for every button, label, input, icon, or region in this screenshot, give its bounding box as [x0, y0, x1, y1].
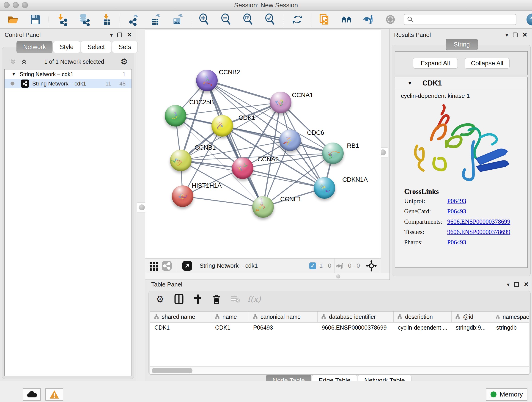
- table-cell[interactable]: stringdb:9...: [452, 322, 492, 332]
- results-panel-menu-icon[interactable]: ▾: [505, 32, 508, 38]
- network-canvas[interactable]: CCNB2CCNA1CDC25BCDK1CDC6RB1CCNB1CCNA2CDK…: [145, 30, 381, 258]
- network-edge[interactable]: [183, 196, 263, 207]
- crosslink-link[interactable]: P06493: [447, 239, 466, 246]
- horizontal-splitter-handle[interactable]: [336, 274, 340, 279]
- table-horizontal-scrollbar[interactable]: [150, 367, 529, 374]
- network-node-cdkn1a[interactable]: [314, 177, 335, 199]
- control-panel-float-icon[interactable]: [117, 32, 122, 37]
- control-panel-menu-icon[interactable]: ▾: [110, 32, 113, 38]
- grid-view-icon[interactable]: [147, 259, 160, 272]
- export-table-icon[interactable]: [149, 13, 162, 26]
- table-cell[interactable]: cyclin-dependent ...: [394, 322, 452, 332]
- scrollbar-thumb[interactable]: [152, 368, 192, 373]
- network-node-ccna2[interactable]: [232, 157, 253, 179]
- import-network-file-icon[interactable]: [56, 13, 69, 26]
- column-header-namespac[interactable]: namespac: [492, 312, 529, 322]
- crosslink-link[interactable]: 9606.ENSP00000378699: [447, 229, 510, 236]
- crosslink-link[interactable]: 9606.ENSP00000378699: [447, 218, 510, 225]
- collection-expander-icon[interactable]: ▼: [12, 71, 16, 77]
- control-panel-close-icon[interactable]: ✕: [127, 32, 132, 38]
- result-expander-icon[interactable]: ▼: [407, 80, 412, 86]
- expand-all-icon[interactable]: [20, 58, 28, 65]
- node-result-header[interactable]: ▼ CDK1: [395, 77, 527, 89]
- network-view-type-icon[interactable]: [160, 259, 173, 272]
- crosslink-link[interactable]: P06493: [447, 208, 466, 215]
- network-row-selected[interactable]: String Network – cdk1 11 48: [5, 79, 132, 88]
- duplicate-network-icon[interactable]: [318, 13, 331, 26]
- results-panel-close-icon[interactable]: ✕: [522, 32, 527, 38]
- detach-view-icon[interactable]: [181, 259, 194, 272]
- tab-style[interactable]: Style: [53, 41, 80, 53]
- save-session-icon[interactable]: [29, 13, 42, 26]
- tab-sets[interactable]: Sets: [112, 41, 138, 53]
- results-panel-float-icon[interactable]: [513, 32, 518, 37]
- table-options-gear-icon[interactable]: ⚙: [155, 294, 166, 305]
- crosslink-link[interactable]: P06493: [447, 198, 466, 205]
- tab-string[interactable]: String: [446, 39, 478, 50]
- network-node-cdc25b[interactable]: [165, 105, 186, 127]
- column-header--id[interactable]: @id: [452, 312, 492, 322]
- table-row[interactable]: CDK1CDK1P064939606.ENSP00000378699cyclin…: [150, 322, 529, 332]
- network-node-cdk1[interactable]: [211, 115, 233, 137]
- function-builder-icon[interactable]: f(x): [249, 294, 260, 305]
- fit-content-icon[interactable]: [365, 259, 378, 272]
- zoom-in-icon[interactable]: [198, 13, 211, 26]
- zoom-fit-icon[interactable]: [242, 13, 255, 26]
- table-cell[interactable]: 9606.ENSP00000378699: [317, 322, 394, 332]
- warning-status-button[interactable]: [45, 388, 63, 401]
- apply-layout-icon[interactable]: [291, 13, 304, 26]
- column-header-name[interactable]: name: [211, 312, 249, 322]
- table-panel-float-icon[interactable]: [514, 282, 519, 287]
- network-edge[interactable]: [207, 80, 281, 102]
- close-window-icon[interactable]: [4, 2, 10, 8]
- collapse-all-button[interactable]: Collapse All: [465, 58, 510, 69]
- tab-select[interactable]: Select: [81, 41, 111, 53]
- zoom-window-icon[interactable]: [22, 2, 28, 8]
- cloud-status-button[interactable]: [23, 388, 41, 401]
- show-columns-icon[interactable]: [173, 294, 184, 305]
- search-field[interactable]: [416, 16, 512, 23]
- export-image-icon[interactable]: [171, 13, 184, 26]
- import-table-file-icon[interactable]: [100, 13, 113, 26]
- home-icon[interactable]: [340, 13, 353, 26]
- memory-button[interactable]: Memory: [486, 388, 527, 401]
- open-session-icon[interactable]: [7, 13, 20, 26]
- column-header-shared-name[interactable]: shared name: [150, 312, 211, 322]
- delete-column-icon[interactable]: [211, 294, 222, 305]
- network-node-ccnb1[interactable]: [170, 150, 191, 171]
- network-node-ccna1[interactable]: [270, 92, 291, 113]
- help-button[interactable]: ?: [526, 13, 532, 26]
- export-network-icon[interactable]: [127, 13, 140, 26]
- create-column-icon[interactable]: [192, 294, 203, 305]
- selected-nodes-checkbox[interactable]: ✓: [309, 262, 316, 269]
- tab-network[interactable]: Network: [17, 41, 52, 53]
- search-input[interactable]: [404, 14, 516, 25]
- hidden-eye-icon[interactable]: [335, 259, 345, 272]
- network-node-ccnb2[interactable]: [196, 70, 218, 91]
- network-node-ccne1[interactable]: [252, 196, 274, 218]
- table-cell[interactable]: CDK1: [211, 322, 249, 332]
- column-header-canonical-name[interactable]: canonical name: [249, 312, 317, 322]
- hide-selected-icon[interactable]: [362, 13, 375, 26]
- column-header-description[interactable]: description: [394, 312, 452, 322]
- table-panel-menu-icon[interactable]: ▾: [507, 282, 510, 287]
- column-header-database-identifier[interactable]: database identifier: [317, 312, 394, 322]
- minimize-window-icon[interactable]: [13, 2, 19, 8]
- show-overview-icon[interactable]: [384, 13, 397, 26]
- table-cell[interactable]: CDK1: [150, 322, 211, 332]
- expand-all-button[interactable]: Expand All: [413, 58, 458, 69]
- collapse-all-icon[interactable]: [9, 58, 17, 65]
- column-header-label: database identifier: [329, 313, 376, 320]
- table-panel-close-icon[interactable]: ✕: [524, 281, 529, 288]
- table-cell[interactable]: stringdb: [492, 322, 529, 332]
- delete-table-icon[interactable]: [230, 294, 241, 305]
- zoom-selected-icon[interactable]: [264, 13, 277, 26]
- network-node-hist1h1a[interactable]: [172, 185, 193, 207]
- network-node-rb1[interactable]: [322, 143, 344, 164]
- network-options-gear-icon[interactable]: ⚙: [120, 57, 128, 66]
- network-node-cdc6[interactable]: [279, 129, 301, 151]
- network-collection-row[interactable]: ▼ String Network – cdk1 1: [5, 70, 132, 79]
- zoom-out-icon[interactable]: [220, 13, 233, 26]
- import-network-database-icon[interactable]: [78, 13, 91, 26]
- table-cell[interactable]: P06493: [249, 322, 317, 332]
